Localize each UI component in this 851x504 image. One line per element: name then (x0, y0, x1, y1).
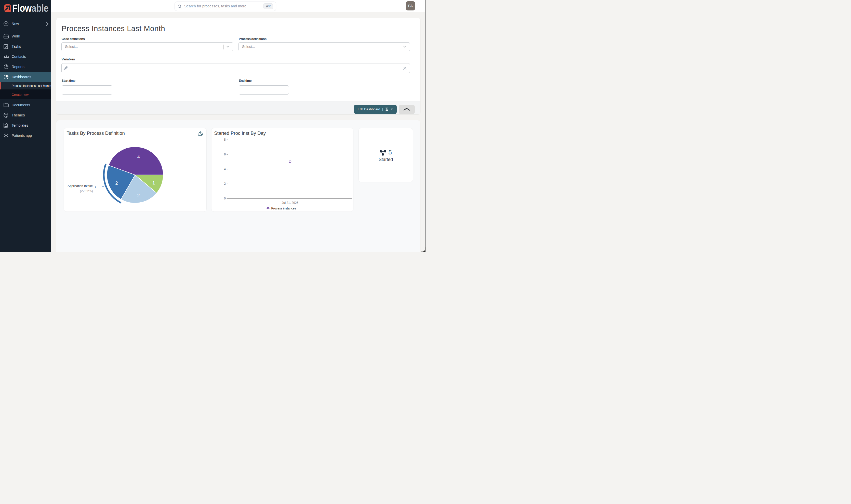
svg-text:4: 4 (224, 167, 226, 171)
svg-text:(22.22%): (22.22%) (80, 189, 93, 193)
svg-text:1: 1 (152, 180, 155, 185)
svg-text:Process instances: Process instances (271, 206, 296, 210)
svg-text:0: 0 (224, 197, 226, 200)
svg-text:6: 6 (224, 152, 226, 156)
svg-text:4: 4 (137, 155, 140, 160)
svg-text:2: 2 (137, 193, 140, 198)
svg-text:8: 8 (224, 138, 226, 141)
svg-text:2: 2 (224, 182, 226, 185)
svg-text:Jul 21, 2025: Jul 21, 2025 (282, 201, 298, 204)
svg-text:2: 2 (115, 181, 118, 186)
svg-text:Application Intake: Application Intake (68, 184, 93, 188)
